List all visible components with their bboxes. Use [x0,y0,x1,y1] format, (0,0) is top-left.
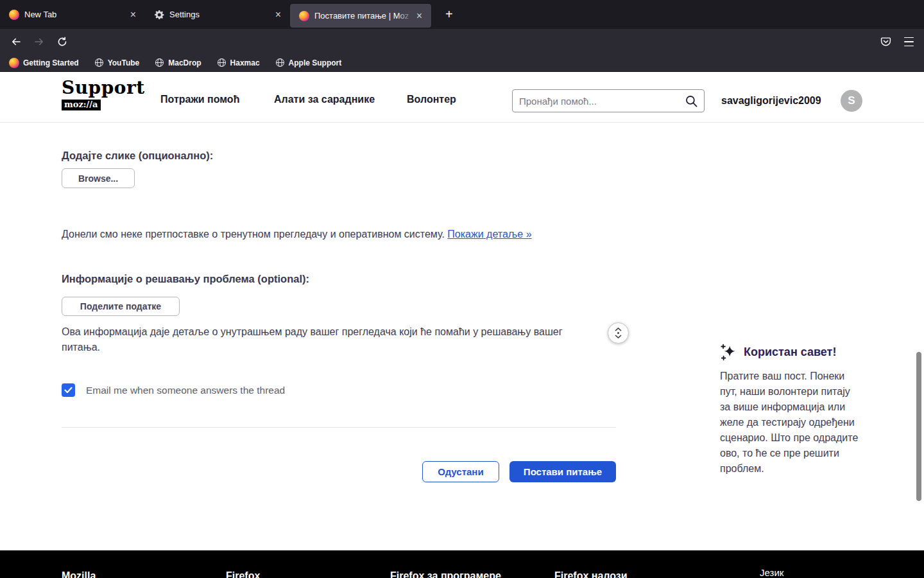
bookmarks-bar: Getting Started YouTube MacDrop Haxmac A… [0,54,924,72]
new-tab-button[interactable]: + [440,4,458,24]
bookmark-macdrop[interactable]: MacDrop [155,58,201,67]
tab-settings[interactable]: Settings × [145,0,290,29]
firefox-icon [9,58,19,68]
avatar[interactable]: S [841,90,862,112]
tab-title: Поставите питање | Mozilla под [314,11,409,21]
site-header: Support moz://a Потражи помоћ Алати за с… [0,72,924,123]
footer-col-mozilla[interactable]: Mozilla [62,570,96,578]
search-icon[interactable] [685,95,697,107]
tab-new-tab[interactable]: New Tab × [0,0,145,29]
pocket-icon[interactable] [877,33,894,50]
autoscroll-indicator [608,322,629,344]
share-data-button[interactable]: Поделите податке [62,297,180,316]
back-button[interactable] [8,33,24,50]
bookmark-getting-started[interactable]: Getting Started [9,58,79,68]
check-icon [64,387,73,394]
footer-col-firefox[interactable]: Firefox [226,570,260,578]
firefox-icon [9,10,19,20]
tip-body: Пратите ваш пост. Понеки пут, наши волон… [720,369,860,477]
helpful-tip-panel: Користан савет! Пратите ваш пост. Понеки… [720,344,860,477]
site-footer: Mozilla Firefox Firefox за програмере Fi… [0,550,924,578]
footer-language-label: Језик [760,567,783,578]
logo-support-text: Support [62,77,145,98]
menu-hamburger-icon[interactable] [900,33,917,50]
globe-icon [275,58,285,67]
cancel-button[interactable]: Одустани [422,461,499,482]
share-data-help-text: Ова информација даје детаље о унутрашњем… [62,324,601,355]
email-me-checkbox-label[interactable]: Email me when someone answers the thread [86,385,285,396]
bookmark-apple-support[interactable]: Apple Support [275,58,342,67]
globe-icon [155,58,164,67]
tab-title: New Tab [24,10,56,19]
tab-support-mozilla-active[interactable]: Поставите питање | Mozilla под × [290,4,431,28]
search-input[interactable] [519,96,685,107]
tab-title-fade [397,4,413,28]
tip-title: Користан савет! [744,346,836,359]
mozilla-wordmark: moz://a [62,100,101,110]
chevron-down-icon [615,335,622,338]
reload-button[interactable] [54,33,71,50]
close-icon[interactable]: × [128,8,139,21]
email-me-checkbox[interactable] [62,383,75,397]
firefox-icon [299,11,309,21]
globe-icon [94,58,104,67]
footer-col-firefox-developers[interactable]: Firefox за програмере [390,570,501,578]
page-content: Support moz://a Потражи помоћ Алати за с… [0,72,924,550]
nav-get-help[interactable]: Потражи помоћ [160,94,239,105]
troubleshoot-info-label: Информације о решавању проблема (optiona… [62,273,309,285]
submit-question-button[interactable]: Постави питање [509,461,616,482]
scrollbar-thumb[interactable] [916,352,921,501]
browser-toolbar: https://support.mozilla.org/sr/questions… [0,29,924,54]
close-icon[interactable]: × [414,10,425,22]
browser-tab-bar: New Tab × Settings × Поставите питање | … [0,0,924,29]
bookmark-haxmac[interactable]: Haxmac [217,58,260,67]
support-mozilla-logo[interactable]: Support moz://a [62,77,145,110]
show-details-link[interactable]: Покажи детаље » [447,229,531,240]
globe-icon [217,58,227,67]
footer-col-firefox-accounts[interactable]: Firefox налози [554,570,628,578]
site-search-box[interactable] [512,89,705,112]
nav-volunteer[interactable]: Волонтер [407,94,456,105]
forward-button[interactable] [31,33,47,50]
chevron-up-icon [615,328,622,331]
sparkle-icon [720,344,737,361]
username[interactable]: savagligorijevic2009 [721,95,821,107]
form-divider [62,427,616,428]
gear-icon [154,10,164,20]
dot-icon [617,332,620,335]
add-images-label: Додајте слике (опционално): [62,150,213,162]
browse-button[interactable]: Browse... [62,168,135,188]
close-icon[interactable]: × [273,8,284,21]
tab-title: Settings [169,10,200,19]
assumptions-text: Донели смо неке претпоставке о тренутном… [62,227,601,242]
bookmark-youtube[interactable]: YouTube [94,58,140,67]
nav-contributor-tools[interactable]: Алати за сараднике [274,94,375,105]
